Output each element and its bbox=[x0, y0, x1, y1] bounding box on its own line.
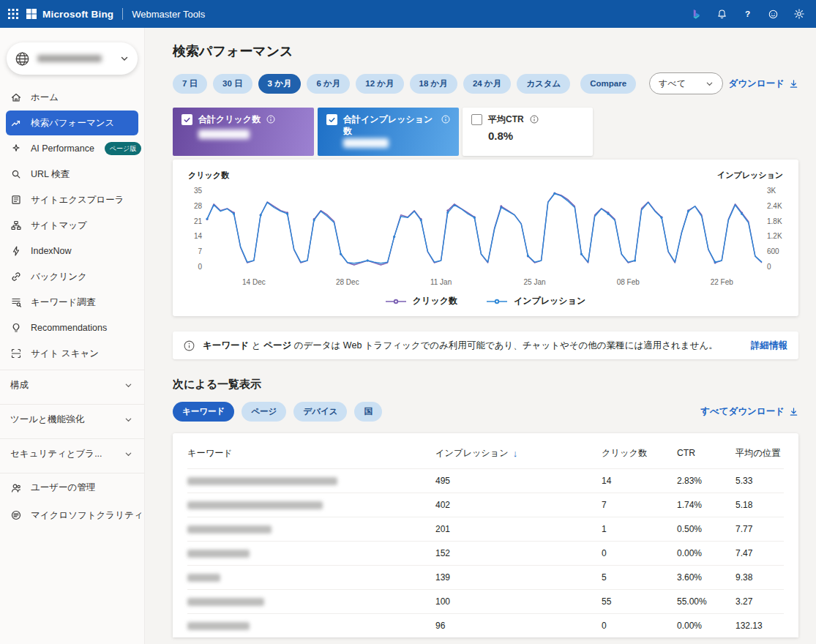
magnifier-icon bbox=[10, 168, 22, 180]
keyword-cell-blurred[interactable] bbox=[187, 525, 435, 533]
tab-pages[interactable]: ページ bbox=[242, 402, 286, 422]
metric-cards: 合計クリック数 合計インプレッション数 平均CTR 0.8% bbox=[173, 108, 798, 156]
ctr-checkbox[interactable] bbox=[471, 114, 482, 125]
table-header-row: キーワード インプレッション↓ クリック数 CTR 平均の位置 bbox=[187, 438, 784, 468]
col-clicks[interactable]: クリック数 bbox=[602, 447, 677, 460]
blurred-site-name bbox=[37, 55, 102, 62]
sidebar-group-tools-enhancements[interactable]: ツールと機能強化 bbox=[0, 404, 144, 435]
sidebar-item-user-management[interactable]: ユーザーの管理 bbox=[0, 473, 144, 502]
info-icon bbox=[530, 115, 539, 124]
sidebar-item-home[interactable]: ホーム bbox=[6, 85, 138, 110]
site-explorer-icon bbox=[10, 194, 22, 206]
chevron-down-icon bbox=[124, 381, 132, 389]
download-all-button[interactable]: すべてダウンロード bbox=[700, 405, 798, 418]
table-row: 100 55 55.00% 3.27 bbox=[187, 589, 784, 613]
range-7d[interactable]: 7 日 bbox=[173, 74, 207, 94]
range-6m[interactable]: 6 か月 bbox=[307, 74, 350, 94]
info-icon bbox=[184, 340, 195, 351]
dimension-tabs: キーワード ページ デバイス 国 すべてダウンロード bbox=[173, 402, 798, 422]
sidebar-item-url-inspection[interactable]: URL 検査 bbox=[6, 162, 138, 187]
col-avg-position[interactable]: 平均の位置 bbox=[735, 447, 784, 460]
keywords-table-card: キーワード インプレッション↓ クリック数 CTR 平均の位置 495 14 2… bbox=[173, 433, 798, 637]
range-3m[interactable]: 3 か月 bbox=[258, 74, 302, 94]
sidebar-item-indexnow[interactable]: IndexNow bbox=[6, 239, 138, 263]
sidebar-item-recommendations[interactable]: Recommendations bbox=[6, 315, 138, 340]
range-18m[interactable]: 18 か月 bbox=[410, 74, 457, 94]
sidebar-item-site-scan[interactable]: サイト スキャン bbox=[6, 341, 138, 366]
traffic-filter-select[interactable]: すべて bbox=[649, 72, 722, 94]
sidebar-group-security[interactable]: セキュリティとブラ... bbox=[0, 438, 144, 469]
performance-chart-card: クリック数 インプレッション 071421283506001.2K1.8K2.4… bbox=[173, 160, 798, 316]
tab-countries[interactable]: 国 bbox=[354, 402, 382, 422]
svg-text:1.8K: 1.8K bbox=[767, 217, 782, 225]
site-scan-icon bbox=[10, 348, 22, 359]
notifications-bell-icon[interactable] bbox=[711, 3, 733, 26]
info-icon bbox=[441, 115, 450, 124]
average-ctr-value: 0.8% bbox=[488, 130, 584, 142]
table-row: 201 1 0.50% 7.77 bbox=[187, 517, 784, 541]
average-ctr-card[interactable]: 平均CTR 0.8% bbox=[463, 108, 593, 156]
page-title: 検索パフォーマンス bbox=[173, 42, 798, 60]
svg-text:7: 7 bbox=[198, 247, 202, 255]
clicks-checkbox[interactable] bbox=[181, 114, 192, 125]
learn-more-link[interactable]: 詳細情報 bbox=[751, 340, 787, 352]
svg-text:08 Feb: 08 Feb bbox=[617, 278, 640, 286]
left-axis-title: クリック数 bbox=[188, 170, 229, 181]
range-24m[interactable]: 24 か月 bbox=[463, 74, 511, 94]
sidebar-item-sitemaps[interactable]: サイトマップ bbox=[6, 213, 138, 238]
tab-keywords[interactable]: キーワード bbox=[173, 402, 234, 422]
home-icon bbox=[10, 91, 22, 103]
clicks-series-marker bbox=[386, 298, 406, 305]
range-custom[interactable]: カスタム bbox=[517, 74, 570, 94]
keyword-cell-blurred[interactable] bbox=[187, 550, 435, 558]
chevron-down-icon bbox=[124, 416, 132, 424]
bing-color-logo-icon[interactable] bbox=[685, 3, 708, 26]
help-icon[interactable]: ? bbox=[736, 3, 759, 26]
sidebar-item-search-performance[interactable]: 検索パフォーマンス bbox=[6, 111, 138, 135]
sidebar-group-configuration[interactable]: 構成 bbox=[0, 370, 144, 400]
legend-impressions[interactable]: インプレッション bbox=[487, 295, 585, 307]
keyword-cell-blurred[interactable] bbox=[187, 574, 435, 582]
banner-message: キーワード と ページ のデータは Web トラフィックでのみ利用可能であり、チ… bbox=[203, 340, 743, 352]
keyword-cell-blurred[interactable] bbox=[187, 501, 435, 509]
brand-lockup[interactable]: Microsoft Bing Webmaster Tools bbox=[26, 8, 205, 20]
download-button[interactable]: ダウンロード bbox=[729, 78, 798, 90]
col-keyword[interactable]: キーワード bbox=[187, 447, 435, 460]
sidebar-item-keyword-research[interactable]: キーワード調査 bbox=[6, 290, 138, 315]
keyword-cell-blurred[interactable] bbox=[187, 622, 435, 630]
list-section-title: 次による一覧表示 bbox=[173, 378, 798, 392]
sidebar-item-microsoft-clarity[interactable]: マイクロソフトクラリティ bbox=[6, 503, 138, 528]
download-icon bbox=[789, 79, 798, 89]
total-impressions-card[interactable]: 合計インプレッション数 bbox=[318, 108, 459, 156]
range-12m[interactable]: 12 か月 bbox=[356, 74, 403, 94]
sidebar-item-site-explorer[interactable]: サイトエクスプローラ bbox=[6, 187, 138, 212]
col-ctr[interactable]: CTR bbox=[677, 448, 735, 458]
svg-text:14: 14 bbox=[194, 232, 203, 240]
download-icon bbox=[789, 407, 798, 416]
microsoft-logo-icon bbox=[26, 9, 37, 19]
page-version-badge: ページ版 bbox=[105, 142, 141, 155]
chevron-down-icon bbox=[124, 450, 132, 458]
svg-text:21: 21 bbox=[194, 217, 203, 225]
keyword-cell-blurred[interactable] bbox=[187, 477, 435, 485]
ai-sparkle-icon bbox=[10, 143, 22, 154]
impressions-checkbox[interactable] bbox=[326, 114, 337, 125]
info-banner: キーワード と ページ のデータは Web トラフィックでのみ利用可能であり、チ… bbox=[173, 332, 798, 359]
table-row: 402 7 1.74% 5.18 bbox=[187, 493, 784, 517]
chevron-down-icon bbox=[705, 80, 714, 88]
chart-legend: クリック数 インプレッション bbox=[185, 295, 786, 310]
legend-clicks[interactable]: クリック数 bbox=[386, 295, 457, 307]
range-30d[interactable]: 30 日 bbox=[213, 74, 252, 94]
sidebar-item-backlinks[interactable]: バックリンク bbox=[6, 264, 138, 289]
sort-desc-icon: ↓ bbox=[513, 448, 518, 459]
feedback-smiley-icon[interactable] bbox=[762, 3, 785, 26]
compare-button[interactable]: Compare bbox=[580, 74, 636, 94]
settings-gear-icon[interactable] bbox=[787, 3, 810, 26]
total-clicks-card[interactable]: 合計クリック数 bbox=[173, 108, 314, 156]
site-selector-dropdown[interactable] bbox=[7, 42, 138, 75]
tab-devices[interactable]: デバイス bbox=[293, 402, 347, 422]
keyword-cell-blurred[interactable] bbox=[187, 598, 435, 606]
col-impressions-sorted[interactable]: インプレッション↓ bbox=[435, 447, 602, 460]
app-launcher-waffle-icon[interactable] bbox=[0, 0, 26, 28]
sidebar-item-ai-performance[interactable]: AI Performance ページ版 bbox=[6, 136, 138, 161]
